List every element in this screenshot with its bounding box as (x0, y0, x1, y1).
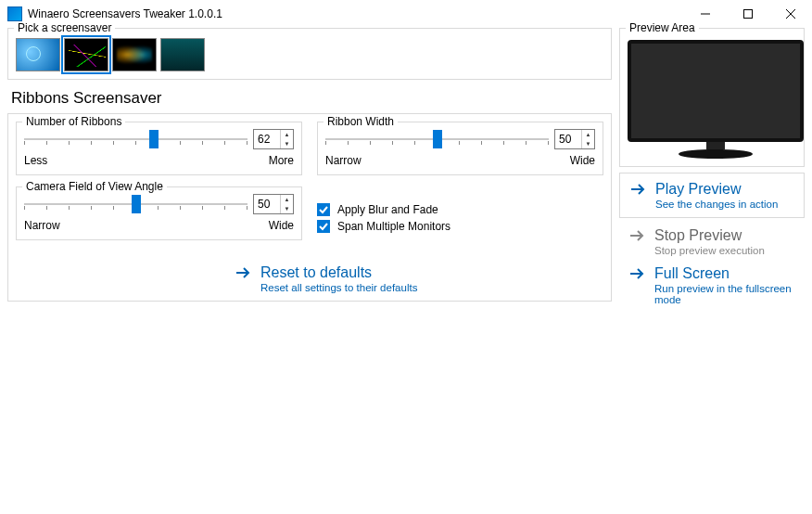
arrow-right-icon (628, 227, 645, 247)
number-of-ribbons-value[interactable] (254, 130, 280, 148)
preview-monitor (628, 40, 804, 159)
checkbox-icon (317, 203, 330, 216)
arrow-right-icon (628, 265, 645, 285)
camera-fov-group: Camera Field of View Angle ▲▼ Narrow Wid… (16, 186, 302, 240)
apply-blur-label: Apply Blur and Fade (337, 203, 438, 216)
reset-label: Reset to defaults (260, 264, 417, 281)
screensaver-thumb-blank[interactable] (160, 38, 205, 71)
slider-thumb[interactable] (149, 130, 159, 148)
ribbon-width-spinner[interactable]: ▲▼ (554, 129, 595, 149)
span-monitors-label: Span Multiple Monitors (337, 220, 450, 233)
ribbon-width-slider[interactable] (325, 128, 549, 150)
play-preview-label: Play Preview (655, 181, 778, 198)
spin-up-icon[interactable]: ▲ (281, 195, 293, 204)
slider-min-label: Narrow (24, 219, 60, 232)
play-preview-sub: See the changes in action (655, 199, 778, 210)
arrow-right-icon (235, 264, 251, 284)
arrow-right-icon (629, 181, 646, 200)
picker-legend: Pick a screensaver (14, 21, 115, 34)
number-of-ribbons-slider[interactable] (24, 128, 247, 150)
camera-fov-value[interactable] (254, 195, 280, 213)
stop-preview-label: Stop Preview (654, 227, 765, 244)
reset-sub: Reset all settings to their defaults (260, 282, 417, 293)
full-screen-label: Full Screen (654, 265, 795, 282)
number-of-ribbons-group: Number of Ribbons ▲▼ Less More (16, 122, 302, 175)
stop-preview-link[interactable]: Stop Preview Stop preview execution (619, 227, 805, 256)
window-title: Winaero Screensavers Tweaker 1.0.0.1 (28, 7, 222, 20)
stop-preview-sub: Stop preview execution (654, 245, 765, 256)
slider-min-label: Narrow (325, 154, 362, 167)
svg-rect-1 (744, 10, 753, 19)
preview-area: Preview Area (619, 28, 805, 167)
number-of-ribbons-legend: Number of Ribbons (22, 115, 125, 128)
play-preview-link[interactable]: Play Preview See the changes in action (629, 181, 794, 210)
ribbon-width-legend: Ribbon Width (324, 115, 398, 128)
checkbox-icon (317, 220, 330, 233)
slider-max-label: More (269, 154, 294, 167)
settings-panel: Number of Ribbons ▲▼ Less More (7, 113, 612, 302)
close-button[interactable] (769, 0, 812, 28)
slider-thumb[interactable] (433, 130, 442, 148)
slider-thumb[interactable] (132, 195, 141, 213)
screensaver-picker: Pick a screensaver (7, 28, 612, 80)
screensaver-thumb-mystify[interactable] (112, 38, 157, 71)
spin-up-icon[interactable]: ▲ (582, 130, 594, 139)
monitor-screen (628, 40, 804, 142)
full-screen-sub: Run preview in the fullscreen mode (654, 283, 795, 305)
camera-fov-spinner[interactable]: ▲▼ (253, 194, 294, 214)
maximize-button[interactable] (727, 0, 769, 28)
app-icon (7, 6, 22, 21)
full-screen-link[interactable]: Full Screen Run preview in the fullscree… (619, 265, 805, 305)
screensaver-thumb-ribbons[interactable] (64, 38, 108, 71)
settings-heading: Ribbons Screensaver (11, 89, 612, 108)
reset-to-defaults-link[interactable]: Reset to defaults Reset all settings to … (235, 264, 603, 293)
number-of-ribbons-spinner[interactable]: ▲▼ (253, 129, 294, 149)
slider-max-label: Wide (269, 219, 294, 232)
slider-min-label: Less (24, 154, 47, 167)
spin-up-icon[interactable]: ▲ (281, 130, 293, 139)
slider-max-label: Wide (570, 154, 595, 167)
span-monitors-checkbox[interactable]: Span Multiple Monitors (317, 220, 603, 233)
spin-down-icon[interactable]: ▼ (281, 204, 293, 213)
ribbon-width-group: Ribbon Width ▲▼ Narrow Wide (317, 122, 603, 175)
ribbon-width-value[interactable] (555, 130, 581, 148)
apply-blur-checkbox[interactable]: Apply Blur and Fade (317, 203, 603, 216)
spin-down-icon[interactable]: ▼ (582, 139, 594, 148)
checkbox-column: Apply Blur and Fade Span Multiple Monito… (317, 186, 603, 246)
spin-down-icon[interactable]: ▼ (281, 139, 293, 148)
camera-fov-slider[interactable] (24, 193, 247, 215)
screensaver-thumb-bubbles[interactable] (16, 38, 60, 71)
preview-legend: Preview Area (626, 21, 699, 34)
camera-fov-legend: Camera Field of View Angle (22, 180, 167, 193)
